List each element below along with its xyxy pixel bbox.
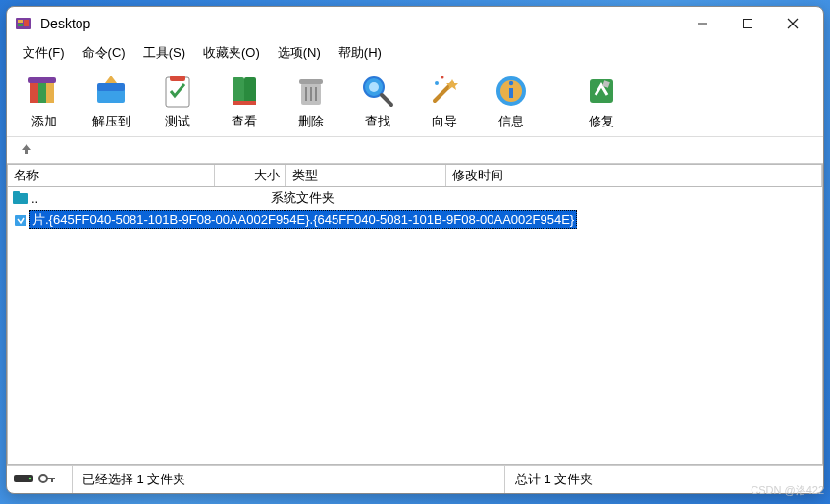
status-left: 已经选择 1 文件夹 <box>72 466 504 493</box>
watermark: CSDN @洛422 <box>751 483 824 498</box>
tb-wizard-label: 向导 <box>432 113 457 130</box>
menu-tools[interactable]: 工具(S) <box>135 42 193 64</box>
header-size[interactable]: 大小 <box>215 165 286 186</box>
titlebar: Desktop <box>7 7 823 40</box>
header-type[interactable]: 类型 <box>286 165 446 186</box>
tb-view[interactable]: 查看 <box>215 72 274 130</box>
test-icon <box>158 72 197 111</box>
tb-extract-label: 解压到 <box>92 113 130 130</box>
app-icon <box>15 15 32 32</box>
row-name: .. <box>29 191 40 206</box>
nav-subbar <box>7 137 823 164</box>
recycle-bin-icon <box>12 212 29 227</box>
svg-rect-5 <box>744 20 752 28</box>
svg-rect-30 <box>509 88 513 98</box>
tb-info[interactable]: 信息 <box>482 72 541 130</box>
menu-file[interactable]: 文件(F) <box>15 42 73 64</box>
close-button[interactable] <box>770 9 815 38</box>
svg-point-23 <box>369 82 379 92</box>
drive-icon[interactable] <box>13 472 34 488</box>
tb-find[interactable]: 查找 <box>348 72 407 130</box>
extract-icon <box>91 72 130 111</box>
svg-point-26 <box>435 81 439 85</box>
svg-rect-16 <box>233 101 256 105</box>
window-title: Desktop <box>40 16 90 31</box>
svg-point-38 <box>29 477 31 479</box>
wizard-icon <box>425 72 464 111</box>
toolbar: 添加 解压到 测试 查看 删除 查找 向导 信息 <box>7 66 823 137</box>
tb-wizard[interactable]: 向导 <box>415 72 474 130</box>
tb-delete-label: 删除 <box>298 113 324 130</box>
key-icon[interactable] <box>38 472 56 488</box>
menu-command[interactable]: 命令(C) <box>75 42 133 64</box>
svg-rect-36 <box>15 215 26 226</box>
tb-test-label: 测试 <box>165 113 190 130</box>
svg-rect-13 <box>97 83 125 91</box>
tb-add[interactable]: 添加 <box>15 72 74 130</box>
menu-options[interactable]: 选项(N) <box>270 42 329 64</box>
svg-rect-15 <box>170 76 185 81</box>
app-window: Desktop 文件(F) 命令(C) 工具(S) 收藏夹(O) 选项(N) 帮… <box>6 6 824 494</box>
minimize-button[interactable] <box>680 9 725 38</box>
header-time[interactable]: 修改时间 <box>446 165 822 186</box>
svg-point-27 <box>441 76 444 79</box>
tb-add-label: 添加 <box>31 113 57 130</box>
tb-repair-label: 修复 <box>589 113 614 130</box>
repair-icon <box>582 72 621 111</box>
svg-point-31 <box>509 81 513 85</box>
tb-view-label: 查看 <box>232 113 257 130</box>
delete-icon <box>291 72 331 111</box>
svg-rect-35 <box>13 191 20 195</box>
tb-repair[interactable]: 修复 <box>572 72 631 130</box>
list-item[interactable]: .. 系统文件夹 <box>8 187 822 209</box>
view-icon <box>225 72 264 111</box>
row-type: 系统文件夹 <box>271 189 418 207</box>
svg-rect-3 <box>24 20 29 26</box>
menubar: 文件(F) 命令(C) 工具(S) 收藏夹(O) 选项(N) 帮助(H) <box>7 40 823 66</box>
menu-favorite[interactable]: 收藏夹(O) <box>195 42 268 64</box>
info-icon <box>492 72 531 111</box>
tb-test[interactable]: 测试 <box>148 72 207 130</box>
find-icon <box>358 72 397 111</box>
tb-info-label: 信息 <box>498 113 524 130</box>
tb-extract[interactable]: 解压到 <box>81 72 140 130</box>
tb-find-label: 查找 <box>365 113 390 130</box>
up-arrow-icon[interactable] <box>19 141 34 160</box>
svg-rect-18 <box>299 79 323 84</box>
svg-rect-11 <box>28 77 56 83</box>
add-icon <box>25 72 64 111</box>
statusbar: 已经选择 1 文件夹 总计 1 文件夹 <box>7 465 823 493</box>
svg-rect-2 <box>18 24 23 26</box>
column-headers: 名称 大小 类型 修改时间 <box>7 164 823 187</box>
list-item[interactable]: 片.{645FF040-5081-101B-9F08-00AA002F954E}… <box>8 209 822 230</box>
menu-help[interactable]: 帮助(H) <box>331 42 389 64</box>
svg-point-39 <box>39 475 47 482</box>
file-list[interactable]: .. 系统文件夹 片.{645FF040-5081-101B-9F08-00AA… <box>7 187 823 465</box>
up-folder-icon <box>12 191 29 205</box>
tb-delete[interactable]: 删除 <box>282 72 340 130</box>
maximize-button[interactable] <box>725 9 770 38</box>
svg-rect-1 <box>18 20 23 23</box>
header-name[interactable]: 名称 <box>8 165 215 186</box>
row-name: 片.{645FF040-5081-101B-9F08-00AA002F954E}… <box>29 210 577 229</box>
svg-line-24 <box>382 95 391 105</box>
